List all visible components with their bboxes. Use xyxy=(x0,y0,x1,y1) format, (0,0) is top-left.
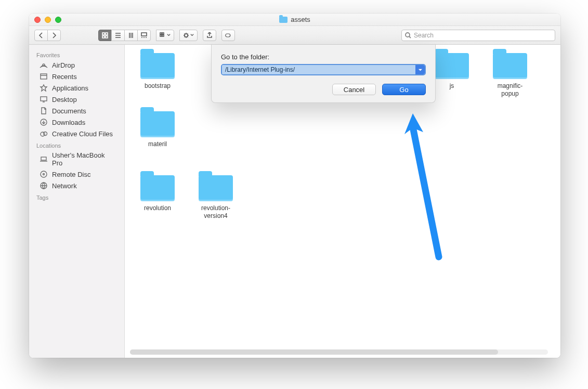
svg-rect-2 xyxy=(102,36,104,38)
svg-rect-13 xyxy=(41,74,47,79)
sidebar-header-locations: Locations xyxy=(29,139,124,150)
folder-item[interactable]: materil xyxy=(137,111,178,148)
laptop-icon xyxy=(40,155,48,163)
sidebar-item-downloads[interactable]: Downloads xyxy=(29,116,124,128)
disc-icon xyxy=(40,170,48,178)
back-button[interactable] xyxy=(34,30,48,41)
sidebar-item-network[interactable]: Network xyxy=(29,180,124,191)
sidebar-item-recents[interactable]: Recents xyxy=(29,71,124,82)
window-title: assets xyxy=(291,16,310,23)
scrollbar-thumb[interactable] xyxy=(130,349,498,355)
sidebar-header-favorites: Favorites xyxy=(29,49,124,59)
forward-button[interactable] xyxy=(47,30,61,41)
column-view-button[interactable] xyxy=(124,30,138,41)
button-label: Cancel xyxy=(344,86,364,94)
sidebar-item-documents[interactable]: Documents xyxy=(29,105,124,116)
cancel-button[interactable]: Cancel xyxy=(332,84,376,95)
sidebar-item-macbook[interactable]: Usher's MacBook Pro xyxy=(29,150,124,168)
svg-rect-3 xyxy=(106,36,108,38)
file-label: materil xyxy=(148,140,167,148)
chevron-down-icon xyxy=(418,68,423,72)
list-view-button[interactable] xyxy=(111,30,125,41)
folder-path-combo[interactable] xyxy=(221,64,426,75)
sidebar-item-applications[interactable]: Applications xyxy=(29,82,124,94)
search-placeholder: Search xyxy=(414,32,434,39)
applications-icon xyxy=(40,84,48,92)
sidebar-header-tags: Tags xyxy=(29,191,124,202)
file-label: bootstrap xyxy=(145,82,171,90)
creative-cloud-icon xyxy=(40,129,48,138)
gallery-view-button[interactable] xyxy=(137,30,151,41)
sidebar-item-label: Desktop xyxy=(52,96,77,103)
folder-icon xyxy=(140,53,175,79)
network-icon xyxy=(40,181,48,190)
sidebar-item-label: Creative Cloud Files xyxy=(52,130,113,138)
button-label: Go xyxy=(399,86,408,94)
svg-rect-1 xyxy=(106,33,108,35)
svg-rect-5 xyxy=(160,33,162,34)
share-button[interactable] xyxy=(203,30,216,41)
file-label: revolution-version4 xyxy=(195,204,236,220)
dialog-label: Go to the folder: xyxy=(221,53,426,61)
horizontal-scrollbar[interactable] xyxy=(130,349,548,355)
folder-item[interactable]: revolution-version4 xyxy=(195,175,236,220)
sidebar-item-label: Documents xyxy=(52,107,86,115)
toolbar: Search xyxy=(29,26,560,45)
traffic-lights xyxy=(29,17,61,23)
folder-icon xyxy=(199,175,233,201)
desktop-icon xyxy=(40,95,48,103)
sidebar-item-label: Applications xyxy=(52,84,88,92)
folder-icon xyxy=(279,17,288,23)
file-label: revolution xyxy=(144,204,171,212)
nav-buttons xyxy=(34,30,61,41)
arrange-button[interactable] xyxy=(156,30,174,41)
search-field[interactable]: Search xyxy=(401,30,555,41)
sidebar-item-creative-cloud[interactable]: Creative Cloud Files xyxy=(29,128,124,139)
sidebar-item-desktop[interactable]: Desktop xyxy=(29,94,124,105)
folder-item[interactable]: js xyxy=(432,53,472,98)
go-button[interactable]: Go xyxy=(382,84,426,95)
folder-icon xyxy=(140,175,175,201)
recents-icon xyxy=(40,72,48,81)
icon-view-button[interactable] xyxy=(98,30,112,41)
sidebar-item-remote-disc[interactable]: Remote Disc xyxy=(29,168,124,180)
sidebar-item-airdrop[interactable]: AirDrop xyxy=(29,59,124,71)
svg-point-17 xyxy=(44,132,47,136)
svg-rect-4 xyxy=(141,33,147,36)
sidebar-item-label: Network xyxy=(52,182,77,190)
file-label: js xyxy=(450,82,454,90)
svg-rect-6 xyxy=(162,33,164,34)
folder-icon xyxy=(493,53,527,79)
dialog-actions: Cancel Go xyxy=(221,84,426,95)
search-icon xyxy=(405,32,411,38)
documents-icon xyxy=(40,107,48,115)
svg-rect-7 xyxy=(160,35,162,36)
svg-point-11 xyxy=(406,33,410,37)
combo-dropdown-button[interactable] xyxy=(415,65,425,74)
svg-rect-8 xyxy=(162,35,164,36)
svg-rect-18 xyxy=(41,157,46,160)
downloads-icon xyxy=(40,118,48,126)
action-group xyxy=(179,30,198,41)
folder-item[interactable]: bootstrap xyxy=(137,53,178,98)
tags-button[interactable] xyxy=(221,30,235,41)
zoom-window-button[interactable] xyxy=(55,17,61,23)
title: assets xyxy=(29,16,560,23)
finder-window: assets Search Favorites xyxy=(29,14,560,358)
file-label: magnific-popup xyxy=(490,82,530,98)
folder-icon xyxy=(140,111,175,137)
close-window-button[interactable] xyxy=(34,17,41,23)
folder-path-input[interactable] xyxy=(222,65,415,74)
folder-item[interactable]: revolution xyxy=(137,175,178,220)
folder-item[interactable]: magnific-popup xyxy=(490,53,530,98)
sidebar-item-label: Recents xyxy=(52,73,77,81)
view-switch xyxy=(98,30,151,41)
svg-rect-10 xyxy=(226,34,230,37)
go-to-folder-dialog: Go to the folder: Cancel Go xyxy=(211,45,436,103)
airdrop-icon xyxy=(40,61,48,69)
sidebar-item-label: Downloads xyxy=(52,119,85,126)
sidebar: Favorites AirDrop Recents Applications D… xyxy=(29,45,125,358)
sidebar-item-label: Remote Disc xyxy=(52,171,90,178)
action-button[interactable] xyxy=(179,30,198,41)
minimize-window-button[interactable] xyxy=(45,17,51,23)
